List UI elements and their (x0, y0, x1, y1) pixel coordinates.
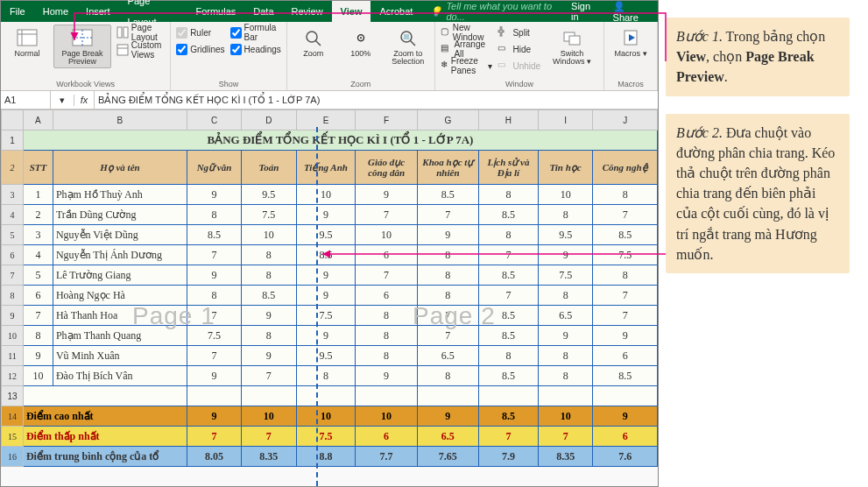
zoom-button[interactable]: Zoom (293, 25, 335, 60)
row-header[interactable]: 4 (2, 205, 24, 225)
cell[interactable]: 7 (417, 306, 478, 326)
cell[interactable]: 8 (356, 326, 417, 346)
cell[interactable]: 9 (23, 346, 53, 366)
cell[interactable]: 8.5 (593, 366, 658, 386)
header-cell[interactable]: Tin học (538, 151, 592, 185)
ruler-checkbox[interactable]: Ruler (176, 25, 224, 40)
col-header[interactable]: D (242, 110, 296, 131)
cell[interactable]: 9 (296, 205, 356, 225)
zoom-100-button[interactable]: ⊙ 100% (340, 25, 382, 60)
row-header[interactable]: 10 (2, 326, 24, 346)
cell[interactable]: 7 (417, 205, 478, 225)
cell[interactable]: 8.5 (242, 286, 296, 306)
cell[interactable]: 8.5 (478, 205, 538, 225)
cell[interactable]: 6 (23, 286, 53, 306)
row-header[interactable]: 2 (2, 151, 24, 185)
cell[interactable]: 7 (478, 286, 538, 306)
cell[interactable]: 7.5 (242, 205, 296, 225)
cell[interactable]: 7 (23, 306, 53, 326)
cell[interactable]: 9 (296, 326, 356, 346)
cell[interactable]: 8.5 (478, 306, 538, 326)
cell[interactable]: 10 (538, 185, 592, 205)
formula-bar-checkbox[interactable]: Formula Bar (230, 25, 281, 40)
header-cell[interactable]: Khoa học tự nhiên (417, 151, 478, 185)
fx-button[interactable]: fx (74, 91, 95, 109)
cell[interactable]: 6 (356, 245, 417, 265)
cell[interactable]: 6.5 (538, 306, 592, 326)
cell[interactable]: 8.5 (478, 265, 538, 286)
gridlines-checkbox[interactable]: Gridlines (176, 41, 224, 57)
new-window-button[interactable]: ▢New Window (441, 25, 493, 40)
cell[interactable]: 8 (538, 205, 592, 225)
page-break-preview-button[interactable]: Page Break Preview (53, 25, 111, 68)
cell[interactable]: 6 (593, 346, 658, 366)
tab-review[interactable]: Review (283, 1, 332, 22)
normal-view-button[interactable]: Normal (6, 25, 48, 60)
tab-acrobat[interactable]: Acrobat (370, 1, 421, 22)
macros-button[interactable]: Macros ▾ (610, 25, 652, 60)
cell[interactable]: 8 (417, 245, 478, 265)
cell[interactable]: 9.5 (242, 185, 296, 205)
cell[interactable]: 8.5 (593, 225, 658, 245)
header-cell[interactable]: Họ và tên (53, 151, 187, 185)
unhide-button[interactable]: ▭Unhide (498, 58, 540, 74)
cell[interactable]: 8 (296, 366, 356, 386)
cell[interactable]: Nguyễn Thị Ánh Dương (53, 245, 187, 265)
summary-label[interactable]: Điểm cao nhất (23, 406, 187, 427)
cell[interactable]: 7 (242, 366, 296, 386)
cell[interactable]: 8.5 (187, 225, 241, 245)
cell[interactable]: 9 (417, 225, 478, 245)
cell[interactable]: 10 (23, 366, 53, 386)
row-header[interactable]: 14 (2, 406, 24, 427)
col-header[interactable]: A (23, 110, 53, 131)
cell[interactable]: 8 (538, 346, 592, 366)
arrange-all-button[interactable]: ▤Arrange All (441, 41, 493, 57)
cell[interactable]: 8 (478, 225, 538, 245)
cell[interactable]: 10 (242, 225, 296, 245)
header-cell[interactable]: Toán (242, 151, 296, 185)
cell[interactable]: 7 (187, 346, 241, 366)
cell[interactable]: 9 (187, 366, 241, 386)
tab-file[interactable]: File (1, 1, 34, 22)
cell[interactable]: 8 (187, 205, 241, 225)
row-header[interactable]: 13 (2, 386, 24, 406)
cell[interactable]: 2 (23, 205, 53, 225)
header-cell[interactable]: Giáo dục công dân (356, 151, 417, 185)
tab-formulas[interactable]: Formulas (187, 1, 244, 22)
split-button[interactable]: ╬Split (498, 25, 540, 40)
col-header[interactable]: I (538, 110, 592, 131)
cell[interactable]: Trần Dũng Cường (53, 205, 187, 225)
header-cell[interactable]: Ngữ văn (187, 151, 241, 185)
cell[interactable]: 3 (23, 225, 53, 245)
cell[interactable]: 9 (296, 286, 356, 306)
cell[interactable]: 9 (593, 326, 658, 346)
zoom-to-selection-button[interactable]: Zoom to Selection (387, 25, 429, 68)
cell[interactable]: 9 (356, 185, 417, 205)
cell[interactable]: 8 (356, 306, 417, 326)
cell[interactable]: 8 (242, 245, 296, 265)
cell[interactable]: 9 (296, 265, 356, 286)
cell[interactable]: 7 (478, 245, 538, 265)
cell[interactable]: 9 (538, 326, 592, 346)
row-header[interactable]: 3 (2, 185, 24, 205)
freeze-panes-button[interactable]: ❄Freeze Panes ▾ (441, 58, 493, 74)
cell[interactable]: 8 (593, 265, 658, 286)
cell[interactable]: 9.5 (296, 346, 356, 366)
cell[interactable]: 8 (593, 185, 658, 205)
col-header[interactable]: B (53, 110, 187, 131)
col-header[interactable]: H (478, 110, 538, 131)
col-header[interactable]: E (296, 110, 356, 131)
col-header[interactable]: C (187, 110, 241, 131)
cell[interactable]: 7 (593, 306, 658, 326)
worksheet-area[interactable]: A B C D E F G H I J 1 BẢNG ĐIỂM TỔNG KẾT… (1, 109, 658, 486)
cell[interactable]: 8 (417, 286, 478, 306)
cell[interactable]: Hà Thanh Hoa (53, 306, 187, 326)
cell[interactable]: 8 (538, 366, 592, 386)
cell[interactable]: 8.5 (296, 245, 356, 265)
cell[interactable]: 7.5 (593, 245, 658, 265)
cell[interactable]: Đào Thị Bích Vân (53, 366, 187, 386)
row-header[interactable]: 15 (2, 427, 24, 447)
cell[interactable]: Lê Trường Giang (53, 265, 187, 286)
cell[interactable]: 7 (187, 306, 241, 326)
cell[interactable]: 8.5 (478, 366, 538, 386)
